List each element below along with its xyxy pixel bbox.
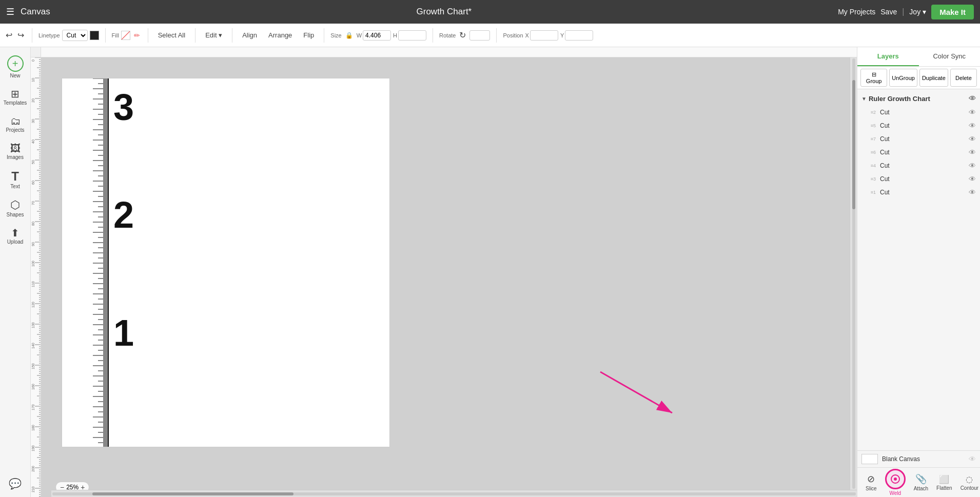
linetype-color-swatch[interactable] <box>90 31 99 40</box>
sidebar-item-shapes[interactable]: ⬡ Shapes <box>2 195 29 222</box>
layer-group-header[interactable]: ▼ Ruler Growth Chart 👁 <box>857 91 980 106</box>
vertical-scrollbar[interactable] <box>850 57 857 490</box>
svg-text:0: 0 <box>31 59 35 62</box>
sidebar-item-projects[interactable]: 🗂 Projects <box>2 112 29 137</box>
svg-text:70: 70 <box>31 201 35 205</box>
blank-canvas-eye[interactable]: 👁 <box>969 455 976 463</box>
slice-tool[interactable]: ⊘ Slice <box>861 471 881 493</box>
vscroll-track[interactable] <box>852 58 855 489</box>
rotate-input[interactable] <box>469 30 490 41</box>
vscroll-thumb[interactable] <box>852 80 855 209</box>
sidebar-item-label-text: Text <box>10 184 19 189</box>
hscroll-thumb[interactable] <box>92 492 293 495</box>
user-menu-button[interactable]: Joy ▾ <box>909 8 926 16</box>
weld-label: Weld <box>889 490 901 496</box>
new-icon: + <box>7 55 24 72</box>
fill-swatch[interactable] <box>121 31 130 40</box>
layer-item-3[interactable]: ≡3 Cut 👁 <box>857 172 980 186</box>
layer-item-1[interactable]: ≡1 Cut 👁 <box>857 186 980 199</box>
sidebar-item-templates[interactable]: ⊞ Templates <box>2 85 29 110</box>
flatten-label: Flatten <box>936 485 952 491</box>
bottom-toolbar: ⊘ Slice Weld 📎 Attach ⬜ Flatten <box>857 467 980 497</box>
group-button[interactable]: ⊟ Group <box>860 69 887 87</box>
sidebar-item-label-templates: Templates <box>4 100 27 106</box>
height-input[interactable] <box>398 30 426 41</box>
blank-canvas-thumbnail <box>861 454 878 464</box>
layer-eye-6[interactable]: 👁 <box>969 148 976 156</box>
hscroll-track[interactable] <box>52 492 856 495</box>
layer-item-6[interactable]: ≡6 Cut 👁 <box>857 146 980 159</box>
contour-tool[interactable]: ◌ Contour <box>956 472 980 493</box>
arrange-button[interactable]: Arrange <box>265 29 296 41</box>
layer-eye-3[interactable]: 👁 <box>969 175 976 183</box>
arrow-svg <box>590 362 693 423</box>
edit-button[interactable]: Edit ▾ <box>202 29 226 41</box>
edit-label: Edit <box>205 31 217 39</box>
delete-button[interactable]: Delete <box>950 69 977 87</box>
attach-tool[interactable]: 📎 Attach <box>910 471 932 493</box>
weld-tool[interactable]: Weld <box>881 467 910 497</box>
layer-eye-4[interactable]: 👁 <box>969 162 976 170</box>
rotate-icon[interactable]: ↻ <box>458 29 467 42</box>
layer-ruler-icon-7: ≡7 <box>870 136 877 142</box>
y-input[interactable] <box>565 30 593 41</box>
lock-icon[interactable]: 🔒 <box>344 30 355 41</box>
project-title: Growth Chart* <box>56 7 832 17</box>
main-layout: + New ⊞ Templates 🗂 Projects 🖼 Images T … <box>0 47 980 497</box>
slice-icon: ⊘ <box>867 473 875 485</box>
my-projects-button[interactable]: My Projects <box>838 8 875 16</box>
ungroup-button[interactable]: UnGroup <box>889 69 917 87</box>
ruler-graphic-svg <box>62 78 144 447</box>
linetype-select[interactable]: Cut <box>62 30 88 41</box>
canvas-content[interactable]: 3 2 1 <box>41 57 857 497</box>
layer-item-7[interactable]: ≡7 Cut 👁 <box>857 132 980 146</box>
layer-item-4[interactable]: ≡4 Cut 👁 <box>857 159 980 172</box>
arrow-annotation <box>590 362 693 425</box>
x-input[interactable] <box>530 30 558 41</box>
duplicate-button[interactable]: Duplicate <box>919 69 948 87</box>
sidebar-item-chat[interactable]: 💬 <box>2 474 29 493</box>
ruler-number-3: 3 <box>113 89 134 126</box>
layer-eye-7[interactable]: 👁 <box>969 135 976 143</box>
undo-button[interactable]: ↩ <box>4 29 14 42</box>
svg-text:140: 140 <box>31 343 35 349</box>
select-all-button[interactable]: Select All <box>154 29 189 41</box>
sidebar-item-images[interactable]: 🖼 Images <box>2 139 29 164</box>
layer-item-5[interactable]: ≡5 Cut 👁 <box>857 119 980 132</box>
layer-ruler-icon-2: ≡2 <box>870 110 877 115</box>
save-button[interactable]: Save <box>880 8 897 16</box>
app-title: Canvas <box>21 7 50 17</box>
height-group: H <box>393 30 426 41</box>
sidebar-item-upload[interactable]: ⬆ Upload <box>2 224 29 249</box>
flip-button[interactable]: Flip <box>300 29 318 41</box>
layer-eye-2[interactable]: 👁 <box>969 108 976 116</box>
layer-item-2[interactable]: ≡2 Cut 👁 <box>857 106 980 119</box>
left-ruler: 0102030405060708090100110120130140150160… <box>31 57 41 497</box>
ruler-number-1: 1 <box>113 314 134 351</box>
hamburger-menu[interactable]: ☰ <box>6 6 14 17</box>
layer-eye-5[interactable]: 👁 <box>969 122 976 130</box>
sidebar-item-label-images: Images <box>7 154 24 160</box>
align-button[interactable]: Align <box>239 29 261 41</box>
sidebar-item-new[interactable]: + New <box>2 51 29 83</box>
svg-line-913 <box>600 372 672 413</box>
tab-color-sync[interactable]: Color Sync <box>919 47 981 66</box>
make-it-button[interactable]: Make It <box>931 5 974 19</box>
flatten-tool[interactable]: ⬜ Flatten <box>932 472 956 493</box>
right-panel: Layers Color Sync ⊟ Group UnGroup Duplic… <box>857 47 980 497</box>
fill-label: Fill <box>112 32 119 38</box>
svg-text:150: 150 <box>31 363 35 369</box>
templates-icon: ⊞ <box>11 89 19 99</box>
svg-text:200: 200 <box>31 466 35 472</box>
fill-edit-button[interactable]: ✏ <box>132 30 142 41</box>
layer-eye-1[interactable]: 👁 <box>969 188 976 196</box>
redo-button[interactable]: ↪ <box>16 29 26 42</box>
group-eye-icon[interactable]: 👁 <box>969 94 976 103</box>
separator <box>232 28 232 43</box>
rotate-group: Rotate ↻ <box>439 29 490 42</box>
horizontal-scrollbar[interactable] <box>51 490 857 497</box>
sidebar-item-text[interactable]: T Text <box>2 166 29 193</box>
tab-layers[interactable]: Layers <box>857 47 919 66</box>
width-input[interactable] <box>363 30 391 41</box>
width-group: W <box>357 30 391 41</box>
